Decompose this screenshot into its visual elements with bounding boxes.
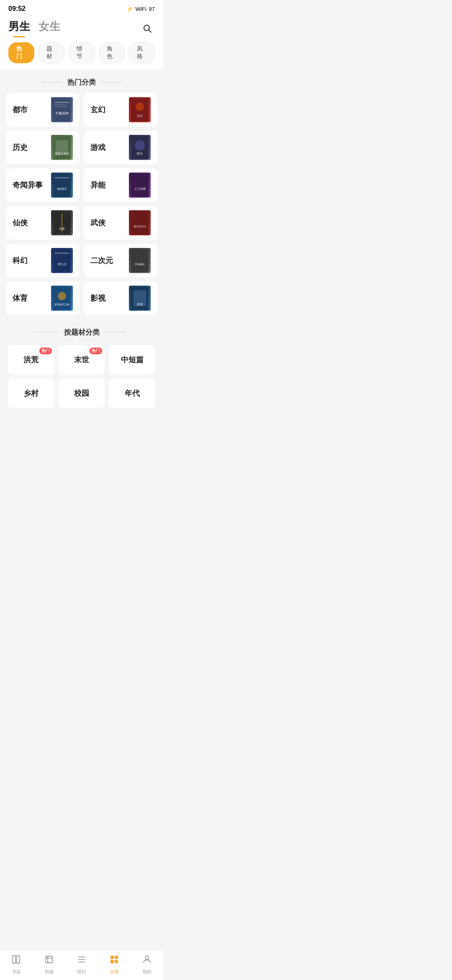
battery-icon: 97 bbox=[149, 6, 155, 12]
category-youxi[interactable]: 游戏 斩月 bbox=[84, 131, 157, 164]
svg-rect-4 bbox=[55, 104, 67, 105]
category-xianxia[interactable]: 仙侠 剑界 bbox=[6, 206, 80, 240]
hot-section: 热门分类 都市 不败战神 玄幻 bbox=[0, 69, 163, 319]
header: 男生 女生 bbox=[0, 16, 163, 37]
tab-female[interactable]: 女生 bbox=[39, 19, 60, 37]
cover-kehuan: 第九次 bbox=[51, 248, 73, 273]
cover-qiwen: 诡国密室 bbox=[51, 173, 73, 198]
subject-zhongduanpian[interactable]: 中短篇 bbox=[109, 345, 155, 374]
svg-point-8 bbox=[136, 103, 144, 111]
subject-section-title: 按题材分类 bbox=[0, 328, 163, 337]
status-bar: 09:52 ⚡ WiFi 97 bbox=[0, 0, 163, 16]
header-tabs: 男生 女生 bbox=[8, 19, 60, 37]
category-tiyu[interactable]: 体育 篮球超巨之路 bbox=[6, 281, 80, 315]
subject-xiangcun[interactable]: 乡村 bbox=[8, 379, 54, 408]
svg-rect-24 bbox=[131, 211, 149, 235]
status-time: 09:52 bbox=[8, 5, 26, 13]
cover-wuxia: 雪中悍刀行 bbox=[129, 210, 151, 235]
subject-grid: 洪荒 热门 末世 热门 中短篇 乡村 校园 年代 bbox=[0, 343, 163, 410]
subject-moshi[interactable]: 末世 热门 bbox=[59, 345, 105, 374]
cover-dushi: 不败战神 bbox=[51, 97, 73, 122]
subject-section: 按题材分类 洪荒 热门 末世 热门 中短篇 乡村 校园 年代 bbox=[0, 319, 163, 410]
category-xuanhuan[interactable]: 玄幻 玄幻 bbox=[84, 93, 157, 126]
svg-text:上门女婿: 上门女婿 bbox=[134, 187, 146, 191]
filter-bar: 热门 题材 情节 角色 风格 bbox=[0, 37, 163, 69]
category-lishi[interactable]: 历史 遥遥小地主 bbox=[6, 131, 80, 164]
cover-lishi: 遥遥小地主 bbox=[51, 135, 73, 160]
signal-icon: ⚡ bbox=[126, 6, 133, 12]
cover-xianxia: 剑界 bbox=[51, 210, 73, 235]
cover-yingshi: 影视 bbox=[129, 286, 151, 311]
svg-text:诡国密室: 诡国密室 bbox=[57, 187, 67, 190]
category-qiwen[interactable]: 奇闻异事 诡国密室 bbox=[6, 168, 80, 202]
cover-yineng: 上门女婿 bbox=[129, 173, 151, 198]
subject-honghuan[interactable]: 洪荒 热门 bbox=[8, 345, 54, 374]
hot-badge-moshi: 热门 bbox=[90, 348, 102, 354]
category-yineng[interactable]: 异能 上门女婿 bbox=[84, 168, 157, 202]
subject-xiaoyuan[interactable]: 校园 bbox=[59, 379, 105, 408]
svg-text:不败战神: 不败战神 bbox=[55, 111, 69, 115]
svg-point-32 bbox=[58, 292, 66, 300]
svg-text:影视: 影视 bbox=[137, 303, 143, 306]
svg-rect-5 bbox=[55, 106, 67, 107]
svg-text:遥遥小地主: 遥遥小地主 bbox=[55, 152, 69, 155]
svg-text:第九次: 第九次 bbox=[58, 263, 67, 266]
svg-point-14 bbox=[135, 140, 145, 150]
filter-role[interactable]: 角色 bbox=[99, 42, 125, 63]
tab-male[interactable]: 男生 bbox=[8, 19, 30, 37]
main-content: 热门分类 都市 不败战神 玄幻 bbox=[0, 69, 163, 444]
category-erciyuan[interactable]: 二次元 开始崛起 bbox=[84, 244, 157, 277]
category-grid: 都市 不败战神 玄幻 玄幻 bbox=[0, 93, 163, 315]
svg-line-1 bbox=[149, 30, 152, 32]
filter-plot[interactable]: 情节 bbox=[69, 42, 95, 63]
svg-rect-3 bbox=[55, 102, 69, 103]
filter-style[interactable]: 风格 bbox=[129, 42, 155, 63]
cover-erciyuan: 开始崛起 bbox=[129, 248, 151, 273]
cover-tiyu: 篮球超巨之路 bbox=[51, 286, 73, 311]
category-dushi[interactable]: 都市 不败战神 bbox=[6, 93, 80, 126]
svg-text:玄幻: 玄幻 bbox=[137, 114, 143, 117]
category-wuxia[interactable]: 武侠 雪中悍刀行 bbox=[84, 206, 157, 240]
svg-rect-17 bbox=[55, 177, 69, 178]
svg-text:篮球超巨之路: 篮球超巨之路 bbox=[54, 303, 69, 306]
filter-subject[interactable]: 题材 bbox=[39, 42, 64, 63]
svg-text:开始崛起: 开始崛起 bbox=[135, 263, 145, 266]
category-yingshi[interactable]: 影视 影视 bbox=[84, 281, 157, 315]
status-icons: ⚡ WiFi 97 bbox=[126, 6, 155, 12]
svg-rect-29 bbox=[131, 249, 149, 272]
subject-niandai[interactable]: 年代 bbox=[109, 379, 155, 408]
svg-text:雪中悍刀行: 雪中悍刀行 bbox=[134, 225, 146, 228]
svg-rect-27 bbox=[55, 253, 69, 254]
svg-text:斩月: 斩月 bbox=[137, 152, 143, 155]
cover-youxi: 斩月 bbox=[129, 135, 151, 160]
category-kehuan[interactable]: 科幻 第九次 bbox=[6, 244, 80, 277]
hot-badge-honghuan: 热门 bbox=[39, 348, 52, 354]
svg-text:剑界: 剑界 bbox=[59, 227, 65, 230]
filter-hot[interactable]: 热门 bbox=[8, 42, 34, 63]
search-button[interactable] bbox=[140, 21, 155, 36]
svg-rect-19 bbox=[131, 174, 149, 197]
cover-xuanhuan: 玄幻 bbox=[129, 97, 151, 122]
wifi-icon: WiFi bbox=[136, 6, 146, 12]
hot-section-title: 热门分类 bbox=[0, 77, 163, 87]
